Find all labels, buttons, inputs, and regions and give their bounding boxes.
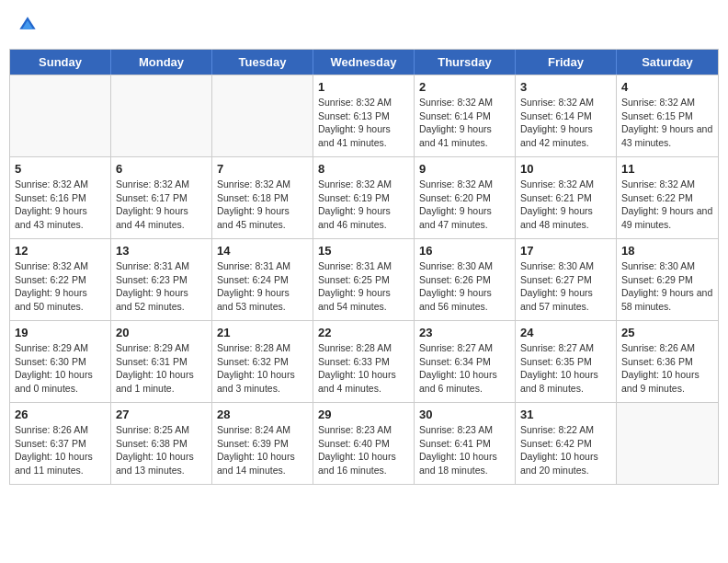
day-info: Sunrise: 8:32 AM Sunset: 6:14 PM Dayligh… xyxy=(520,96,611,150)
day-number: 26 xyxy=(15,408,106,421)
calendar-day-cell: 27Sunrise: 8:25 AM Sunset: 6:38 PM Dayli… xyxy=(111,403,212,484)
calendar-day-cell xyxy=(10,75,111,156)
calendar-day-cell: 10Sunrise: 8:32 AM Sunset: 6:21 PM Dayli… xyxy=(516,157,617,238)
calendar-day-cell: 25Sunrise: 8:26 AM Sunset: 6:36 PM Dayli… xyxy=(617,321,718,402)
day-info: Sunrise: 8:30 AM Sunset: 6:26 PM Dayligh… xyxy=(419,259,510,314)
calendar-day-cell: 15Sunrise: 8:31 AM Sunset: 6:25 PM Dayli… xyxy=(313,239,415,320)
calendar-day-cell: 17Sunrise: 8:30 AM Sunset: 6:27 PM Dayli… xyxy=(516,239,617,320)
day-info: Sunrise: 8:25 AM Sunset: 6:38 PM Dayligh… xyxy=(116,423,207,477)
calendar-header-cell: Monday xyxy=(111,50,212,75)
day-number: 19 xyxy=(15,326,106,339)
calendar-day-cell xyxy=(212,75,313,156)
day-info: Sunrise: 8:32 AM Sunset: 6:15 PM Dayligh… xyxy=(621,96,713,150)
calendar-day-cell: 21Sunrise: 8:28 AM Sunset: 6:32 PM Dayli… xyxy=(212,321,313,402)
day-info: Sunrise: 8:32 AM Sunset: 6:22 PM Dayligh… xyxy=(621,178,713,232)
day-info: Sunrise: 8:32 AM Sunset: 6:19 PM Dayligh… xyxy=(318,178,409,232)
day-info: Sunrise: 8:32 AM Sunset: 6:20 PM Dayligh… xyxy=(419,178,510,232)
calendar-day-cell xyxy=(111,75,212,156)
day-number: 25 xyxy=(621,326,713,339)
day-info: Sunrise: 8:23 AM Sunset: 6:40 PM Dayligh… xyxy=(318,423,409,477)
calendar-week-row: 12Sunrise: 8:32 AM Sunset: 6:22 PM Dayli… xyxy=(10,238,718,320)
logo-icon xyxy=(18,16,37,34)
calendar-day-cell: 5Sunrise: 8:32 AM Sunset: 6:16 PM Daylig… xyxy=(10,157,111,238)
day-info: Sunrise: 8:32 AM Sunset: 6:13 PM Dayligh… xyxy=(318,96,409,150)
calendar-day-cell: 31Sunrise: 8:22 AM Sunset: 6:42 PM Dayli… xyxy=(516,403,617,484)
calendar-day-cell xyxy=(617,403,718,484)
day-number: 12 xyxy=(15,244,106,258)
day-info: Sunrise: 8:28 AM Sunset: 6:32 PM Dayligh… xyxy=(217,341,308,396)
calendar-day-cell: 7Sunrise: 8:32 AM Sunset: 6:18 PM Daylig… xyxy=(212,157,313,238)
day-number: 23 xyxy=(419,326,510,339)
calendar-day-cell: 29Sunrise: 8:23 AM Sunset: 6:40 PM Dayli… xyxy=(313,403,415,484)
calendar-header-cell: Tuesday xyxy=(212,50,313,75)
day-info: Sunrise: 8:30 AM Sunset: 6:29 PM Dayligh… xyxy=(621,259,713,314)
day-info: Sunrise: 8:29 AM Sunset: 6:31 PM Dayligh… xyxy=(116,341,207,396)
day-number: 10 xyxy=(520,162,611,176)
calendar-day-cell: 30Sunrise: 8:23 AM Sunset: 6:41 PM Dayli… xyxy=(415,403,516,484)
calendar-day-cell: 20Sunrise: 8:29 AM Sunset: 6:31 PM Dayli… xyxy=(111,321,212,402)
day-number: 31 xyxy=(520,408,611,421)
calendar-day-cell: 3Sunrise: 8:32 AM Sunset: 6:14 PM Daylig… xyxy=(516,75,617,156)
day-info: Sunrise: 8:26 AM Sunset: 6:36 PM Dayligh… xyxy=(621,341,713,396)
day-number: 8 xyxy=(318,162,409,176)
day-info: Sunrise: 8:28 AM Sunset: 6:33 PM Dayligh… xyxy=(318,341,409,396)
calendar-day-cell: 26Sunrise: 8:26 AM Sunset: 6:37 PM Dayli… xyxy=(10,403,111,484)
day-info: Sunrise: 8:29 AM Sunset: 6:30 PM Dayligh… xyxy=(15,341,106,396)
day-number: 21 xyxy=(217,326,308,339)
day-number: 13 xyxy=(116,244,207,258)
calendar-body: 1Sunrise: 8:32 AM Sunset: 6:13 PM Daylig… xyxy=(10,75,718,484)
calendar-day-cell: 2Sunrise: 8:32 AM Sunset: 6:14 PM Daylig… xyxy=(415,75,516,156)
day-number: 5 xyxy=(15,162,106,176)
calendar-day-cell: 1Sunrise: 8:32 AM Sunset: 6:13 PM Daylig… xyxy=(313,75,415,156)
calendar-day-cell: 8Sunrise: 8:32 AM Sunset: 6:19 PM Daylig… xyxy=(313,157,415,238)
calendar-week-row: 19Sunrise: 8:29 AM Sunset: 6:30 PM Dayli… xyxy=(10,320,718,402)
day-number: 20 xyxy=(116,326,207,339)
day-info: Sunrise: 8:32 AM Sunset: 6:16 PM Dayligh… xyxy=(15,178,106,232)
day-number: 6 xyxy=(116,162,207,176)
day-number: 9 xyxy=(419,162,510,176)
calendar-day-cell: 6Sunrise: 8:32 AM Sunset: 6:17 PM Daylig… xyxy=(111,157,212,238)
day-number: 16 xyxy=(419,244,510,258)
calendar-day-cell: 23Sunrise: 8:27 AM Sunset: 6:34 PM Dayli… xyxy=(415,321,516,402)
day-number: 17 xyxy=(520,244,611,258)
day-info: Sunrise: 8:27 AM Sunset: 6:34 PM Dayligh… xyxy=(419,341,510,396)
day-info: Sunrise: 8:22 AM Sunset: 6:42 PM Dayligh… xyxy=(520,423,611,477)
day-number: 29 xyxy=(318,408,409,421)
calendar-day-cell: 28Sunrise: 8:24 AM Sunset: 6:39 PM Dayli… xyxy=(212,403,313,484)
calendar-header-row: SundayMondayTuesdayWednesdayThursdayFrid… xyxy=(10,50,718,75)
day-info: Sunrise: 8:32 AM Sunset: 6:17 PM Dayligh… xyxy=(116,178,207,232)
day-number: 30 xyxy=(419,408,510,421)
day-number: 22 xyxy=(318,326,409,339)
calendar-day-cell: 24Sunrise: 8:27 AM Sunset: 6:35 PM Dayli… xyxy=(516,321,617,402)
day-number: 3 xyxy=(520,80,611,94)
day-number: 18 xyxy=(621,244,713,258)
calendar-day-cell: 18Sunrise: 8:30 AM Sunset: 6:29 PM Dayli… xyxy=(617,239,718,320)
calendar-day-cell: 13Sunrise: 8:31 AM Sunset: 6:23 PM Dayli… xyxy=(111,239,212,320)
logo xyxy=(18,14,40,35)
day-info: Sunrise: 8:31 AM Sunset: 6:24 PM Dayligh… xyxy=(217,259,308,314)
calendar-day-cell: 11Sunrise: 8:32 AM Sunset: 6:22 PM Dayli… xyxy=(617,157,718,238)
day-info: Sunrise: 8:24 AM Sunset: 6:39 PM Dayligh… xyxy=(217,423,308,477)
calendar-header-cell: Sunday xyxy=(10,50,111,75)
day-info: Sunrise: 8:31 AM Sunset: 6:25 PM Dayligh… xyxy=(318,259,409,314)
calendar: SundayMondayTuesdayWednesdayThursdayFrid… xyxy=(9,49,719,485)
day-number: 24 xyxy=(520,326,611,339)
day-info: Sunrise: 8:31 AM Sunset: 6:23 PM Dayligh… xyxy=(116,259,207,314)
day-info: Sunrise: 8:27 AM Sunset: 6:35 PM Dayligh… xyxy=(520,341,611,396)
calendar-header-cell: Wednesday xyxy=(313,50,415,75)
day-number: 14 xyxy=(217,244,308,258)
day-number: 7 xyxy=(217,162,308,176)
calendar-week-row: 1Sunrise: 8:32 AM Sunset: 6:13 PM Daylig… xyxy=(10,75,718,156)
day-info: Sunrise: 8:32 AM Sunset: 6:21 PM Dayligh… xyxy=(520,178,611,232)
day-info: Sunrise: 8:32 AM Sunset: 6:18 PM Dayligh… xyxy=(217,178,308,232)
day-info: Sunrise: 8:26 AM Sunset: 6:37 PM Dayligh… xyxy=(15,423,106,477)
day-number: 27 xyxy=(116,408,207,421)
calendar-day-cell: 22Sunrise: 8:28 AM Sunset: 6:33 PM Dayli… xyxy=(313,321,415,402)
day-number: 11 xyxy=(621,162,713,176)
day-number: 2 xyxy=(419,80,510,94)
day-info: Sunrise: 8:23 AM Sunset: 6:41 PM Dayligh… xyxy=(419,423,510,477)
day-number: 4 xyxy=(621,80,713,94)
day-number: 28 xyxy=(217,408,308,421)
calendar-day-cell: 14Sunrise: 8:31 AM Sunset: 6:24 PM Dayli… xyxy=(212,239,313,320)
calendar-day-cell: 16Sunrise: 8:30 AM Sunset: 6:26 PM Dayli… xyxy=(415,239,516,320)
